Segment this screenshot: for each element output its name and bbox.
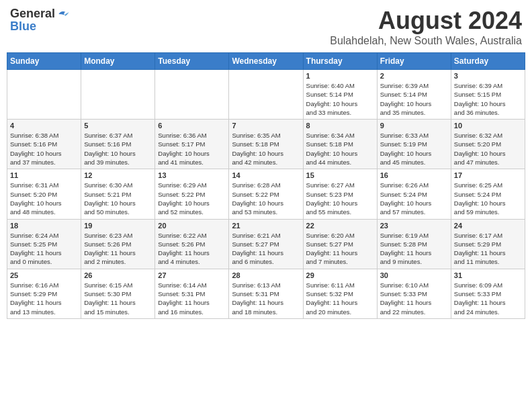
day-number: 23 (380, 222, 448, 230)
day-info: Sunrise: 6:37 AMSunset: 5:16 PMDaylight:… (84, 131, 152, 167)
calendar-cell: 30Sunrise: 6:10 AMSunset: 5:33 PMDayligh… (377, 269, 451, 318)
calendar-cell: 2Sunrise: 6:39 AMSunset: 5:14 PMDaylight… (377, 70, 451, 120)
day-info: Sunrise: 6:35 AMSunset: 5:18 PMDaylight:… (232, 131, 300, 167)
calendar-cell: 11Sunrise: 6:31 AMSunset: 5:20 PMDayligh… (7, 169, 81, 219)
day-number: 6 (158, 122, 226, 130)
calendar-cell: 21Sunrise: 6:21 AMSunset: 5:27 PMDayligh… (229, 219, 303, 269)
logo-bird-icon (56, 7, 70, 21)
calendar-cell: 29Sunrise: 6:11 AMSunset: 5:32 PMDayligh… (303, 269, 377, 318)
weekday-header-row: SundayMondayTuesdayWednesdayThursdayFrid… (7, 53, 525, 70)
calendar-cell: 27Sunrise: 6:14 AMSunset: 5:31 PMDayligh… (155, 269, 229, 318)
logo-blue-text: Blue (10, 19, 36, 33)
day-info: Sunrise: 6:31 AMSunset: 5:20 PMDaylight:… (10, 181, 78, 216)
day-number: 25 (10, 271, 78, 279)
calendar-week-row: 11Sunrise: 6:31 AMSunset: 5:20 PMDayligh… (7, 169, 525, 219)
day-info: Sunrise: 6:32 AMSunset: 5:20 PMDaylight:… (454, 131, 522, 167)
day-number: 19 (84, 222, 152, 230)
day-info: Sunrise: 6:27 AMSunset: 5:23 PMDaylight:… (306, 181, 374, 216)
calendar-cell (7, 70, 81, 120)
weekday-header-monday: Monday (81, 53, 155, 70)
day-info: Sunrise: 6:24 AMSunset: 5:25 PMDaylight:… (10, 231, 78, 267)
calendar-cell: 31Sunrise: 6:09 AMSunset: 5:33 PMDayligh… (451, 269, 525, 318)
day-number: 27 (158, 271, 226, 279)
day-number: 21 (232, 222, 300, 230)
day-number: 15 (306, 171, 374, 179)
calendar-cell: 3Sunrise: 6:39 AMSunset: 5:15 PMDaylight… (451, 70, 525, 120)
day-info: Sunrise: 6:40 AMSunset: 5:14 PMDaylight:… (306, 81, 374, 117)
day-number: 26 (84, 271, 152, 279)
day-number: 2 (380, 72, 448, 80)
title-area: August 2024 Bulahdelah, New South Wales,… (330, 7, 522, 47)
calendar-cell: 26Sunrise: 6:15 AMSunset: 5:30 PMDayligh… (81, 269, 155, 318)
calendar-cell: 20Sunrise: 6:22 AMSunset: 5:26 PMDayligh… (155, 219, 229, 269)
day-number: 18 (10, 222, 78, 230)
weekday-header-sunday: Sunday (7, 53, 81, 70)
day-number: 9 (380, 122, 448, 130)
day-number: 12 (84, 171, 152, 179)
calendar-cell: 7Sunrise: 6:35 AMSunset: 5:18 PMDaylight… (229, 120, 303, 169)
calendar-cell: 17Sunrise: 6:25 AMSunset: 5:24 PMDayligh… (451, 169, 525, 219)
calendar-cell: 15Sunrise: 6:27 AMSunset: 5:23 PMDayligh… (303, 169, 377, 219)
calendar-cell: 12Sunrise: 6:30 AMSunset: 5:21 PMDayligh… (81, 169, 155, 219)
day-number: 17 (454, 171, 522, 179)
day-number: 3 (454, 72, 522, 80)
weekday-header-saturday: Saturday (451, 53, 525, 70)
day-info: Sunrise: 6:09 AMSunset: 5:33 PMDaylight:… (454, 281, 522, 316)
page-subtitle: Bulahdelah, New South Wales, Australia (330, 35, 522, 47)
day-info: Sunrise: 6:39 AMSunset: 5:15 PMDaylight:… (454, 81, 522, 117)
calendar-cell: 8Sunrise: 6:34 AMSunset: 5:18 PMDaylight… (303, 120, 377, 169)
weekday-header-friday: Friday (377, 53, 451, 70)
calendar-cell: 16Sunrise: 6:26 AMSunset: 5:24 PMDayligh… (377, 169, 451, 219)
day-info: Sunrise: 6:13 AMSunset: 5:31 PMDaylight:… (232, 281, 300, 316)
day-number: 16 (380, 171, 448, 179)
logo-general-text: General (10, 7, 55, 21)
calendar-cell: 10Sunrise: 6:32 AMSunset: 5:20 PMDayligh… (451, 120, 525, 169)
day-info: Sunrise: 6:10 AMSunset: 5:33 PMDaylight:… (380, 281, 448, 316)
calendar-cell: 4Sunrise: 6:38 AMSunset: 5:16 PMDaylight… (7, 120, 81, 169)
day-info: Sunrise: 6:29 AMSunset: 5:22 PMDaylight:… (158, 181, 226, 216)
weekday-header-wednesday: Wednesday (229, 53, 303, 70)
day-info: Sunrise: 6:26 AMSunset: 5:24 PMDaylight:… (380, 181, 448, 216)
day-info: Sunrise: 6:20 AMSunset: 5:27 PMDaylight:… (306, 231, 374, 267)
logo: General Blue (10, 7, 70, 34)
page-title: August 2024 (330, 7, 522, 35)
day-info: Sunrise: 6:19 AMSunset: 5:28 PMDaylight:… (380, 231, 448, 267)
day-number: 8 (306, 122, 374, 130)
day-info: Sunrise: 6:21 AMSunset: 5:27 PMDaylight:… (232, 231, 300, 267)
day-info: Sunrise: 6:25 AMSunset: 5:24 PMDaylight:… (454, 181, 522, 216)
day-info: Sunrise: 6:22 AMSunset: 5:26 PMDaylight:… (158, 231, 226, 267)
calendar-cell: 9Sunrise: 6:33 AMSunset: 5:19 PMDaylight… (377, 120, 451, 169)
day-info: Sunrise: 6:30 AMSunset: 5:21 PMDaylight:… (84, 181, 152, 216)
day-info: Sunrise: 6:17 AMSunset: 5:29 PMDaylight:… (454, 231, 522, 267)
day-number: 7 (232, 122, 300, 130)
calendar-cell: 23Sunrise: 6:19 AMSunset: 5:28 PMDayligh… (377, 219, 451, 269)
day-number: 10 (454, 122, 522, 130)
calendar-cell: 19Sunrise: 6:23 AMSunset: 5:26 PMDayligh… (81, 219, 155, 269)
calendar-cell (229, 70, 303, 120)
day-info: Sunrise: 6:39 AMSunset: 5:14 PMDaylight:… (380, 81, 448, 117)
calendar-cell: 5Sunrise: 6:37 AMSunset: 5:16 PMDaylight… (81, 120, 155, 169)
calendar-week-row: 1Sunrise: 6:40 AMSunset: 5:14 PMDaylight… (7, 70, 525, 120)
day-info: Sunrise: 6:16 AMSunset: 5:29 PMDaylight:… (10, 281, 78, 316)
calendar-cell: 24Sunrise: 6:17 AMSunset: 5:29 PMDayligh… (451, 219, 525, 269)
calendar-cell: 28Sunrise: 6:13 AMSunset: 5:31 PMDayligh… (229, 269, 303, 318)
day-info: Sunrise: 6:34 AMSunset: 5:18 PMDaylight:… (306, 131, 374, 167)
day-number: 4 (10, 122, 78, 130)
calendar-cell: 25Sunrise: 6:16 AMSunset: 5:29 PMDayligh… (7, 269, 81, 318)
day-number: 24 (454, 222, 522, 230)
day-info: Sunrise: 6:15 AMSunset: 5:30 PMDaylight:… (84, 281, 152, 316)
calendar-week-row: 18Sunrise: 6:24 AMSunset: 5:25 PMDayligh… (7, 219, 525, 269)
weekday-header-tuesday: Tuesday (155, 53, 229, 70)
calendar-cell: 14Sunrise: 6:28 AMSunset: 5:22 PMDayligh… (229, 169, 303, 219)
day-number: 14 (232, 171, 300, 179)
header: General Blue August 2024 Bulahdelah, New… (7, 7, 525, 47)
day-info: Sunrise: 6:38 AMSunset: 5:16 PMDaylight:… (10, 131, 78, 167)
calendar-cell (81, 70, 155, 120)
calendar-cell: 1Sunrise: 6:40 AMSunset: 5:14 PMDaylight… (303, 70, 377, 120)
calendar-cell: 13Sunrise: 6:29 AMSunset: 5:22 PMDayligh… (155, 169, 229, 219)
day-number: 28 (232, 271, 300, 279)
day-info: Sunrise: 6:36 AMSunset: 5:17 PMDaylight:… (158, 131, 226, 167)
day-info: Sunrise: 6:33 AMSunset: 5:19 PMDaylight:… (380, 131, 448, 167)
calendar-cell (155, 70, 229, 120)
calendar-cell: 22Sunrise: 6:20 AMSunset: 5:27 PMDayligh… (303, 219, 377, 269)
